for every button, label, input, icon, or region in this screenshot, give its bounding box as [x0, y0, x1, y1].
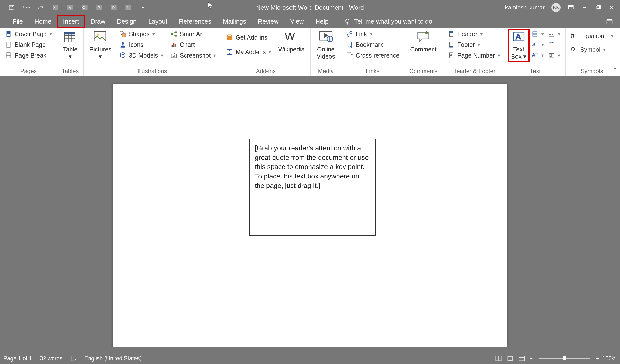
excel-icon[interactable]: [52, 4, 59, 11]
text-box-button[interactable]: A Text Box ▾: [509, 29, 529, 61]
qat-customize-icon[interactable]: ▾: [139, 4, 147, 11]
text-box-content[interactable]: [Grab your reader's attention with a gre…: [255, 144, 371, 190]
signature-line-button[interactable]: ▾: [546, 29, 562, 39]
tab-insert[interactable]: Insert: [57, 15, 85, 28]
collapse-ribbon-icon[interactable]: ˄: [613, 67, 617, 74]
document-area: [Grab your reader's attention with a gre…: [0, 76, 620, 348]
undo-icon[interactable]: ▾: [22, 4, 30, 11]
tab-draw[interactable]: Draw: [85, 15, 111, 28]
screenshot-icon: [170, 52, 177, 59]
get-addins-button[interactable]: Get Add-ins: [224, 33, 273, 42]
screenshot-button[interactable]: Screenshot▾: [169, 51, 217, 60]
group-media: Online Videos Media: [311, 28, 341, 76]
drop-cap-button[interactable]: A▾: [530, 51, 545, 60]
redo-icon[interactable]: [37, 4, 45, 11]
pictures-button[interactable]: Pictures▾: [87, 29, 114, 61]
symbol-button[interactable]: ΩSymbol▾: [569, 45, 615, 54]
zoom-slider-thumb[interactable]: [563, 356, 566, 360]
page-number-label: Page Number: [457, 52, 495, 59]
bookmark-button[interactable]: Bookmark: [344, 40, 401, 49]
link-button[interactable]: Link▾: [344, 29, 401, 39]
word-count[interactable]: 32 words: [40, 355, 62, 362]
comments-group-label: Comments: [408, 68, 439, 76]
tab-mailings[interactable]: Mailings: [217, 15, 252, 28]
zoom-slider[interactable]: [539, 358, 589, 359]
page-number-button[interactable]: #Page Number▾: [446, 51, 502, 60]
online-videos-button[interactable]: Online Videos: [314, 29, 338, 61]
smartart-button[interactable]: SmartArt: [169, 29, 217, 39]
wikipedia-icon: W: [285, 31, 298, 44]
addin-icon: [226, 48, 233, 56]
link-label: Link: [356, 30, 367, 38]
tab-references[interactable]: References: [173, 15, 217, 28]
document-page[interactable]: [Grab your reader's attention with a gre…: [113, 84, 507, 348]
svg-rect-15: [7, 32, 10, 33]
access-icon[interactable]: [66, 4, 74, 11]
tab-help[interactable]: Help: [310, 15, 334, 28]
user-avatar[interactable]: KK: [551, 3, 561, 12]
onenote-icon[interactable]: [124, 4, 132, 11]
svg-rect-13: [607, 20, 612, 24]
online-videos-icon: [319, 31, 333, 44]
header-button[interactable]: Header▾: [446, 29, 502, 39]
footer-label: Footer: [457, 41, 475, 48]
store-icon: [226, 34, 233, 41]
ribbon-options-icon[interactable]: [568, 4, 574, 11]
cross-reference-button[interactable]: Cross-reference: [344, 51, 401, 60]
symbol-label: Symbol: [580, 46, 600, 53]
icons-button[interactable]: Icons: [118, 40, 165, 49]
equation-button[interactable]: πEquation▾: [569, 31, 615, 41]
chart-button[interactable]: Chart: [169, 40, 217, 49]
tab-layout[interactable]: Layout: [142, 15, 173, 28]
powerpoint-icon[interactable]: [95, 4, 103, 11]
page-indicator[interactable]: Page 1 of 1: [3, 355, 32, 362]
language-indicator[interactable]: English (United States): [84, 355, 141, 362]
tab-file[interactable]: File: [7, 15, 29, 28]
quick-parts-button[interactable]: ▾: [530, 29, 545, 39]
date-time-button[interactable]: [546, 40, 562, 49]
share-icon[interactable]: [606, 18, 613, 25]
tell-me-search[interactable]: Tell me what you want to do: [344, 18, 432, 25]
shapes-button[interactable]: Shapes▾: [118, 29, 165, 39]
svg-rect-1: [10, 8, 13, 10]
svg-rect-39: [449, 31, 453, 32]
maximize-icon[interactable]: [595, 4, 602, 11]
minimize-icon[interactable]: [581, 4, 588, 11]
svg-rect-29: [175, 44, 176, 47]
read-mode-icon[interactable]: [494, 355, 503, 362]
print-layout-icon[interactable]: [506, 355, 514, 362]
save-icon[interactable]: [8, 4, 16, 11]
my-addins-button[interactable]: My Add-ins▾: [224, 47, 273, 57]
wikipedia-button[interactable]: W Wikipedia: [276, 29, 307, 54]
blank-page-button[interactable]: Blank Page: [3, 40, 53, 49]
online-videos-label: Online Videos: [317, 46, 335, 60]
zoom-in-button[interactable]: +: [595, 355, 599, 362]
svg-rect-22: [122, 33, 126, 37]
tab-home[interactable]: Home: [29, 15, 57, 28]
cover-page-label: Cover Page: [15, 30, 47, 38]
tab-design[interactable]: Design: [111, 15, 142, 28]
page-break-button[interactable]: Page Break: [3, 51, 53, 60]
tab-review[interactable]: Review: [252, 15, 284, 28]
cover-page-button[interactable]: Cover Page▾: [3, 29, 53, 39]
svg-rect-11: [597, 6, 600, 9]
wordart-button[interactable]: A▾: [530, 40, 545, 49]
close-icon[interactable]: [608, 4, 615, 11]
zoom-out-button[interactable]: −: [529, 355, 533, 362]
footer-button[interactable]: Footer▾: [446, 40, 502, 49]
outlook-icon[interactable]: [81, 4, 89, 11]
inserted-text-box[interactable]: [Grab your reader's attention with a gre…: [249, 139, 376, 236]
publisher-icon[interactable]: [110, 4, 118, 11]
object-button[interactable]: ▾: [546, 51, 562, 60]
tab-view[interactable]: View: [284, 15, 310, 28]
table-button[interactable]: Table▾: [61, 29, 80, 61]
svg-text:A: A: [532, 42, 535, 47]
web-layout-icon[interactable]: [518, 355, 526, 362]
zoom-value[interactable]: 100%: [602, 355, 617, 362]
3d-models-button[interactable]: 3D Models▾: [118, 51, 165, 60]
svg-rect-24: [171, 33, 173, 35]
ribbon: Cover Page▾ Blank Page Page Break Pages …: [0, 28, 620, 76]
3d-models-label: 3D Models: [129, 52, 158, 59]
spellcheck-icon[interactable]: [70, 355, 77, 362]
comment-button[interactable]: Comment: [408, 29, 439, 54]
